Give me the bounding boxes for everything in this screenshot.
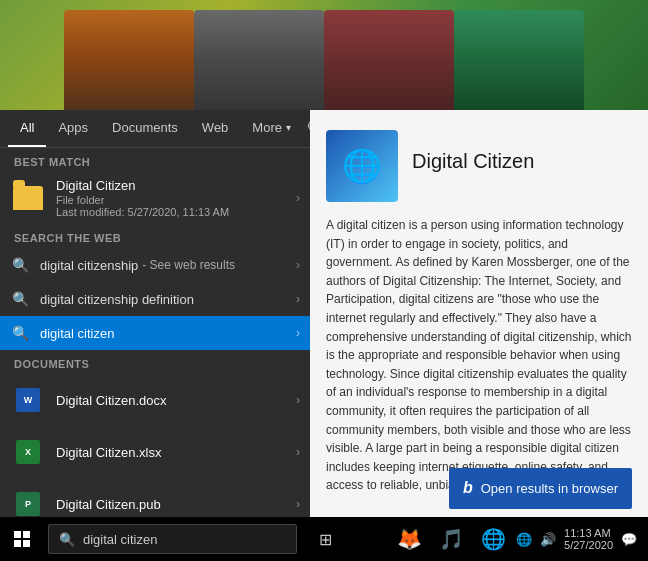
tab-web[interactable]: Web — [190, 110, 241, 147]
chevron-right-doc2: › — [296, 497, 300, 511]
docx-icon-container: W — [10, 382, 46, 418]
start-button[interactable] — [0, 517, 44, 561]
best-match-text: Digital Citizen File folder Last modifie… — [56, 178, 292, 218]
rp-thumbnail: 🌐 — [326, 130, 398, 202]
doc-text-2: Digital Citizen.pub — [56, 497, 292, 512]
firefox-icon: 🦊 — [397, 527, 422, 551]
rp-header: 🌐 Digital Citizen — [326, 130, 632, 202]
notification-icon[interactable]: 💬 — [618, 532, 640, 547]
web-text-2: digital citizen — [40, 326, 114, 341]
bing-icon: b — [463, 476, 473, 501]
web-result-2[interactable]: 🔍 digital citizen › — [0, 316, 310, 350]
best-match-subtitle: File folder — [56, 194, 292, 206]
xlsx-icon: X — [16, 440, 40, 464]
doc-item-1[interactable]: X Digital Citizen.xlsx › — [0, 426, 310, 478]
chrome-icon: 🌐 — [481, 527, 506, 551]
slack-button[interactable]: 🎵 — [431, 517, 471, 561]
slack-icon: 🎵 — [439, 527, 464, 551]
search-web-label: Search the web — [0, 224, 310, 248]
web-text-0: digital citizenship — [40, 258, 138, 273]
chevron-right-doc0: › — [296, 393, 300, 407]
file-explorer-icon: 🗂 — [357, 528, 377, 551]
chevron-right-icon: › — [296, 191, 300, 205]
documents-label: Documents — [0, 350, 310, 374]
search-icon-2: 🔍 — [10, 325, 30, 341]
pub-icon: P — [16, 492, 40, 516]
open-results-button[interactable]: b Open results in browser — [449, 468, 632, 509]
taskbar-search-text: digital citizen — [83, 532, 157, 547]
best-match-label: Best match — [0, 148, 310, 172]
web-result-0[interactable]: 🔍 digital citizenship - See web results … — [0, 248, 310, 282]
open-results-label: Open results in browser — [481, 479, 618, 499]
docx-icon: W — [16, 388, 40, 412]
right-panel: 🌐 Digital Citizen A digital citizen is a… — [310, 110, 648, 525]
speaker-icon[interactable]: 🔊 — [537, 532, 559, 547]
doc-title-0: Digital Citizen.docx — [56, 393, 292, 408]
doc-text-0: Digital Citizen.docx — [56, 393, 292, 408]
tab-more[interactable]: More ▾ — [240, 110, 303, 147]
thumbnail-image: 🌐 — [342, 147, 382, 185]
rp-body: A digital citizen is a person using info… — [326, 216, 632, 509]
taskbar-app-icons: ⊞ 🗂 🦊 🎵 🌐 — [305, 517, 513, 561]
search-icon-0: 🔍 — [10, 257, 30, 273]
task-view-icon: ⊞ — [319, 530, 332, 549]
folder-icon-container — [10, 180, 46, 216]
search-tabs: All Apps Documents Web More ▾ 🔍 ··· — [0, 110, 310, 148]
chevron-right-icon-w0: › — [296, 258, 300, 272]
web-text-1: digital citizenship definition — [40, 292, 194, 307]
windows-logo-icon — [14, 531, 30, 547]
doc-item-0[interactable]: W Digital Citizen.docx › — [0, 374, 310, 426]
folder-icon — [13, 186, 43, 210]
best-match-title: Digital Citizen — [56, 178, 292, 193]
chevron-down-icon: ▾ — [286, 122, 291, 133]
best-match-date: Last modified: 5/27/2020, 11:13 AM — [56, 206, 292, 218]
search-icon-1: 🔍 — [10, 291, 30, 307]
web-result-1[interactable]: 🔍 digital citizenship definition › — [0, 282, 310, 316]
chrome-button[interactable]: 🌐 — [473, 517, 513, 561]
tab-documents[interactable]: Documents — [100, 110, 190, 147]
task-view-button[interactable]: ⊞ — [305, 517, 345, 561]
doc-title-1: Digital Citizen.xlsx — [56, 445, 292, 460]
tab-apps[interactable]: Apps — [46, 110, 100, 147]
chevron-right-icon-w1: › — [296, 292, 300, 306]
taskbar: 🔍 digital citizen ⊞ 🗂 🦊 🎵 🌐 🌐 🔊 11:13 AM… — [0, 517, 648, 561]
best-match-item[interactable]: Digital Citizen File folder Last modifie… — [0, 172, 310, 224]
web-see-0: - See web results — [142, 258, 235, 272]
doc-title-2: Digital Citizen.pub — [56, 497, 292, 512]
taskbar-system-tray: 🌐 🔊 11:13 AM5/27/2020 💬 — [513, 527, 648, 551]
rp-description: A digital citizen is a person using info… — [326, 216, 632, 495]
xlsx-icon-container: X — [10, 434, 46, 470]
chevron-right-doc1: › — [296, 445, 300, 459]
chevron-right-icon-w2: › — [296, 326, 300, 340]
taskbar-search-icon: 🔍 — [59, 532, 75, 547]
tab-all[interactable]: All — [8, 110, 46, 147]
firefox-button[interactable]: 🦊 — [389, 517, 429, 561]
rp-title: Digital Citizen — [412, 130, 534, 173]
taskbar-search-bar[interactable]: 🔍 digital citizen — [48, 524, 297, 554]
search-panel: All Apps Documents Web More ▾ 🔍 ··· Best… — [0, 110, 310, 525]
network-icon[interactable]: 🌐 — [513, 532, 535, 547]
file-explorer-button[interactable]: 🗂 — [347, 517, 387, 561]
doc-text-1: Digital Citizen.xlsx — [56, 445, 292, 460]
clock: 11:13 AM5/27/2020 — [561, 527, 616, 551]
